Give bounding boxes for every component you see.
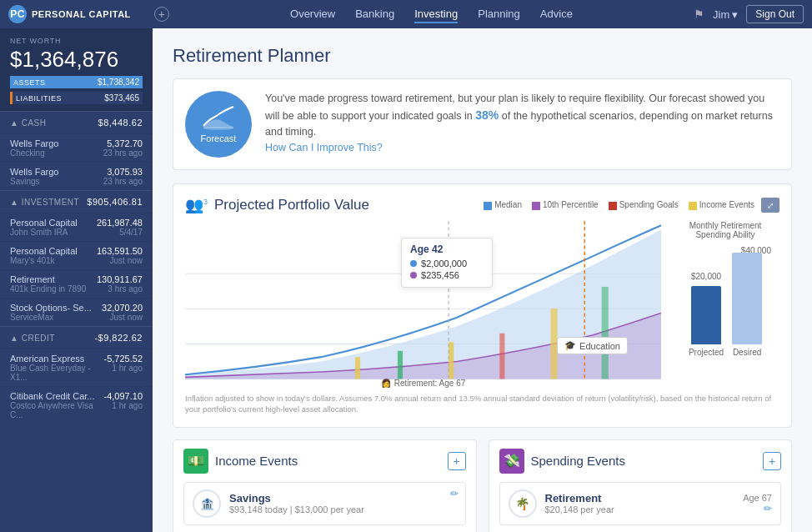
spending-events-title: Spending Events: [531, 454, 625, 468]
top-navigation: PC PERSONAL CAPITAL + Overview Banking I…: [0, 0, 812, 28]
account-time: 1 hr ago: [104, 364, 143, 373]
nav-right: ⚑ Jim ▾ Sign Out: [694, 5, 804, 23]
investment-section-header[interactable]: ▲ INVESTMENT $905,406.81: [0, 191, 153, 213]
nav-link-banking[interactable]: Banking: [355, 6, 394, 23]
liabilities-row: LIABILITIES $373,465: [10, 92, 143, 104]
user-menu[interactable]: Jim ▾: [713, 8, 738, 21]
nav-links: Overview Banking Investing Planning Advi…: [169, 6, 694, 23]
account-time: 23 hrs ago: [103, 177, 143, 186]
main-content: Retirement Planner Forecast You've made …: [153, 28, 812, 532]
account-time: Just now: [102, 313, 143, 322]
account-amount: -5,725.52: [104, 354, 143, 364]
retirement-bar-chart: $20,000 Projected Desired: [680, 257, 770, 357]
sidebar-item-wells-savings[interactable]: Wells Fargo Savings 3,075.93 23 hrs ago: [0, 162, 153, 190]
tooltip-value-2: $235,456: [421, 270, 459, 280]
tooltip-value-1: $2,000,000: [421, 258, 467, 269]
chart-title: 👥3 Projected Portfolio Value: [185, 196, 369, 214]
liabilities-value: $373,465: [104, 93, 139, 103]
sidebar: NET WORTH $1,364,876 ASSETS $1,738,342 L…: [0, 28, 153, 532]
assets-row: ASSETS $1,738,342: [10, 76, 143, 88]
account-name: Wells Fargo: [10, 138, 58, 148]
svg-rect-10: [602, 287, 609, 379]
account-amount: 163,591.50: [97, 246, 143, 256]
nav-link-advice[interactable]: Advice: [540, 6, 573, 23]
net-worth-section: NET WORTH $1,364,876 ASSETS $1,738,342 L…: [0, 28, 153, 111]
investment-total: $905,406.81: [87, 197, 143, 207]
improve-link[interactable]: How Can I Improve This?: [265, 142, 383, 153]
spending-events-icon: 💸: [499, 449, 524, 474]
income-events-icon: 💵: [183, 449, 208, 474]
retirement-card-info: Retirement $20,148 per year: [545, 492, 735, 514]
sidebar-item-wells-checking[interactable]: Wells Fargo Checking 5,372.70 23 hrs ago: [0, 133, 153, 162]
income-events-header: 💵 Income Events +: [183, 449, 466, 474]
nav-link-planning[interactable]: Planning: [478, 6, 520, 23]
cash-section-header[interactable]: ▲ CASH $8,448.62: [0, 112, 153, 133]
savings-icon: 🏦: [193, 489, 221, 518]
tooltip-title: Age 42: [410, 243, 484, 255]
tooltip-row-2: $235,456: [410, 270, 484, 280]
credit-total: -$9,822.62: [94, 333, 143, 343]
share-icon[interactable]: ⤢: [761, 198, 779, 213]
sidebar-item-amex[interactable]: American Express Blue Cash Everyday - X1…: [0, 349, 153, 386]
nav-link-overview[interactable]: Overview: [290, 6, 335, 23]
add-income-event-button[interactable]: +: [448, 452, 466, 470]
account-sub: ServiceMax: [10, 313, 92, 322]
net-worth-value: $1,364,876: [10, 47, 143, 73]
account-name: Wells Fargo: [10, 167, 58, 177]
chart-main-area: Age 42 $2,000,000 $235,456 🎓 Ed: [185, 221, 661, 388]
sidebar-item-stock-options[interactable]: Stock Options- Se... ServiceMax 32,070.2…: [0, 298, 153, 326]
account-amount: 32,070.20: [102, 303, 143, 313]
chart-header: 👥3 Projected Portfolio Value Median 10th…: [185, 196, 779, 214]
projected-bar-value: $20,000: [691, 272, 721, 281]
account-name: American Express: [10, 354, 104, 364]
account-time: 5/4/17: [97, 228, 143, 237]
cash-label: CASH: [22, 118, 47, 128]
income-events-panel: 💵 Income Events + 🏦 Savings $93,148 toda…: [173, 439, 477, 532]
chart-footnote: Inflation adjusted to show in today's do…: [185, 393, 779, 415]
investment-section: ▲ INVESTMENT $905,406.81 Personal Capita…: [0, 190, 153, 326]
sign-out-button[interactable]: Sign Out: [746, 5, 804, 23]
income-events-title-row: 💵 Income Events: [183, 449, 298, 474]
nav-link-investing[interactable]: Investing: [414, 6, 458, 23]
savings-edit-icon[interactable]: ✏: [450, 488, 459, 499]
savings-title: Savings: [229, 492, 457, 504]
retirement-icon: 👩: [381, 379, 391, 388]
education-label: 🎓 Education: [557, 337, 628, 354]
account-amount: -4,097.10: [104, 391, 143, 401]
svg-rect-8: [499, 334, 504, 379]
desired-bar: [732, 253, 762, 344]
sidebar-item-retirement-401k[interactable]: Retirement 401k Ending in 7890 130,911.6…: [0, 269, 153, 298]
sidebar-item-citi[interactable]: Citibank Credit Car... Costco Anywhere V…: [0, 386, 153, 424]
add-spending-event-button[interactable]: +: [763, 452, 781, 470]
account-time: 23 hrs ago: [103, 148, 143, 158]
retirement-edit-icon[interactable]: ✏: [764, 503, 772, 514]
retirement-event-card[interactable]: 🌴 Retirement $20,148 per year Age 67 ✏: [499, 482, 782, 525]
account-sub: John Smith IRA: [10, 228, 78, 237]
cash-section: ▲ CASH $8,448.62 Wells Fargo Checking 5,…: [0, 111, 153, 190]
sidebar-item-pc-ira[interactable]: Personal Capital John Smith IRA 261,987.…: [0, 213, 153, 241]
account-sub: 401k Ending in 7890: [10, 284, 86, 294]
account-time: Just now: [97, 256, 143, 265]
side-chart-title: Monthly Retirement Spending Ability: [671, 221, 779, 239]
forecast-percent: 38%: [475, 108, 499, 122]
desired-bar-group: Desired: [732, 253, 762, 357]
credit-section-header[interactable]: ▲ CREDIT -$9,822.62: [0, 327, 153, 349]
assets-value: $1,738,342: [98, 78, 139, 87]
chart-section: 👥3 Projected Portfolio Value Median 10th…: [173, 183, 792, 428]
app-name: PERSONAL CAPITAL: [32, 9, 131, 19]
flag-icon[interactable]: ⚑: [694, 8, 704, 21]
spending-events-panel: 💸 Spending Events + 🌴 Retirement $20,148…: [489, 439, 793, 532]
add-account-button[interactable]: +: [154, 7, 169, 22]
projected-bar-group: $20,000 Projected: [689, 272, 724, 357]
forecast-label: Forecast: [201, 133, 237, 143]
account-name: Retirement: [10, 274, 86, 284]
chart-side-panel: Monthly Retirement Spending Ability $40,…: [671, 221, 779, 388]
assets-label: ASSETS: [13, 78, 46, 87]
forecast-section: Forecast You've made progress toward ret…: [173, 78, 792, 170]
income-events-title: Income Events: [215, 454, 298, 468]
spending-events-header: 💸 Spending Events +: [499, 449, 782, 474]
account-amount: 130,911.67: [97, 274, 143, 284]
sidebar-item-pc-401k[interactable]: Personal Capital Mary's 401k 163,591.50 …: [0, 241, 153, 269]
logo-icon: PC: [8, 5, 27, 23]
savings-event-card[interactable]: 🏦 Savings $93,148 today | $13,000 per ye…: [183, 482, 466, 525]
